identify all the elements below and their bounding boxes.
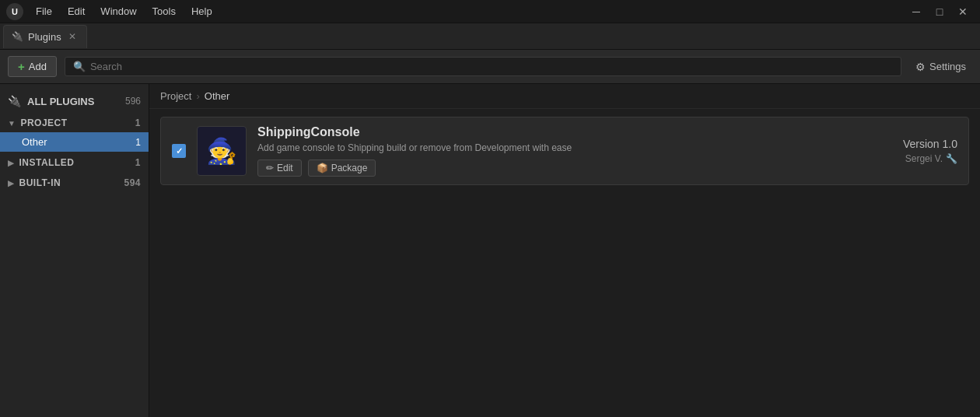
menu-help[interactable]: Help <box>185 4 219 19</box>
plugin-enable-checkbox[interactable] <box>172 144 186 158</box>
chevron-down-icon: ▼ <box>8 119 16 128</box>
all-plugins-label: ALL PLUGINS <box>27 96 119 107</box>
version-text: Version 1.0 <box>903 138 957 150</box>
package-label: Package <box>331 163 368 173</box>
author-label: Sergei V. <box>905 153 943 164</box>
sidebar: 🔌 ALL PLUGINS 596 ▼ PROJECT 1 Other 1 ▶ … <box>0 84 149 417</box>
sidebar-group-builtin: ▶ BUILT-IN 594 <box>0 173 149 192</box>
title-bar-left: U File Edit Window Tools Help <box>6 3 219 20</box>
edit-button[interactable]: ✏ Edit <box>257 159 302 177</box>
sidebar-group-project: ▼ PROJECT 1 Other 1 <box>0 114 149 152</box>
all-plugins-count: 596 <box>125 96 141 107</box>
menu-window[interactable]: Window <box>94 4 142 19</box>
settings-label: Settings <box>929 61 966 72</box>
search-icon: 🔍 <box>73 61 86 72</box>
plugin-version-info: Version 1.0 Sergei V. 🔧 <box>903 138 957 164</box>
edit-label: Edit <box>277 163 293 173</box>
menu-file[interactable]: File <box>30 4 58 19</box>
package-icon: 📦 <box>317 163 328 173</box>
content-area: Project › Other 🧙 ShippingConsole Add ga… <box>149 84 980 417</box>
menu-tools[interactable]: Tools <box>146 4 182 19</box>
ue-logo: U <box>6 3 23 20</box>
plugin-name: ShippingConsole <box>257 125 892 139</box>
installed-group-label: INSTALLED <box>19 157 131 168</box>
breadcrumb-parent[interactable]: Project <box>160 90 191 102</box>
close-button[interactable]: ✕ <box>952 3 974 20</box>
menu-bar: File Edit Window Tools Help <box>30 4 219 19</box>
add-button[interactable]: + Add <box>8 56 57 77</box>
chevron-right-icon-2: ▶ <box>8 179 15 187</box>
tab-bar: 🔌 Plugins ✕ <box>0 23 980 50</box>
menu-edit[interactable]: Edit <box>61 4 91 19</box>
search-input[interactable] <box>90 61 893 72</box>
minimize-button[interactable]: ─ <box>905 3 927 20</box>
edit-icon: ✏ <box>266 163 274 173</box>
plugins-tab-label: Plugins <box>28 31 61 43</box>
chevron-right-icon: ▶ <box>8 159 15 167</box>
main-layout: 🔌 ALL PLUGINS 596 ▼ PROJECT 1 Other 1 ▶ … <box>0 84 980 417</box>
version-author: Sergei V. 🔧 <box>903 153 957 164</box>
plugin-description: Add game console to Shipping build or re… <box>257 142 892 153</box>
toolbar: + Add 🔍 ⚙ Settings <box>0 50 980 84</box>
other-label: Other <box>22 136 135 148</box>
all-plugins-icon: 🔌 <box>8 95 21 107</box>
breadcrumb-separator: › <box>196 90 199 102</box>
sidebar-group-installed: ▶ INSTALLED 1 <box>0 153 149 172</box>
plugin-icon: 🧙 <box>197 126 247 176</box>
breadcrumb: Project › Other <box>149 84 980 109</box>
plugins-tab-icon: 🔌 <box>12 31 23 42</box>
maximize-button[interactable]: □ <box>929 3 950 20</box>
package-button[interactable]: 📦 Package <box>308 159 376 177</box>
sidebar-group-project-header[interactable]: ▼ PROJECT 1 <box>0 114 149 132</box>
project-group-label: PROJECT <box>20 117 130 128</box>
sidebar-group-installed-header[interactable]: ▶ INSTALLED 1 <box>0 153 149 172</box>
gear-icon: ⚙ <box>915 61 926 73</box>
other-count: 1 <box>135 137 141 148</box>
add-icon: + <box>18 60 25 73</box>
sidebar-all-plugins[interactable]: 🔌 ALL PLUGINS 596 <box>0 90 149 112</box>
installed-group-count: 1 <box>135 157 141 168</box>
tab-close-button[interactable]: ✕ <box>66 30 79 43</box>
title-bar: U File Edit Window Tools Help ─ □ ✕ <box>0 0 980 23</box>
plugins-tab[interactable]: 🔌 Plugins ✕ <box>3 25 87 48</box>
plugin-card: 🧙 ShippingConsole Add game console to Sh… <box>160 117 969 185</box>
title-bar-controls: ─ □ ✕ <box>905 3 974 20</box>
breadcrumb-current: Other <box>205 90 230 102</box>
settings-button[interactable]: ⚙ Settings <box>909 58 972 76</box>
plugin-actions: ✏ Edit 📦 Package <box>257 159 892 177</box>
project-group-count: 1 <box>135 117 141 128</box>
builtin-group-label: BUILT-IN <box>19 177 120 188</box>
plugin-info: ShippingConsole Add game console to Ship… <box>257 125 892 177</box>
plugin-icon-symbol: 🧙 <box>206 136 237 166</box>
sidebar-item-other[interactable]: Other 1 <box>0 132 149 152</box>
author-icon: 🔧 <box>946 153 957 164</box>
add-label: Add <box>29 61 47 72</box>
search-bar: 🔍 <box>65 57 901 76</box>
sidebar-group-builtin-header[interactable]: ▶ BUILT-IN 594 <box>0 173 149 192</box>
builtin-group-count: 594 <box>124 177 141 188</box>
